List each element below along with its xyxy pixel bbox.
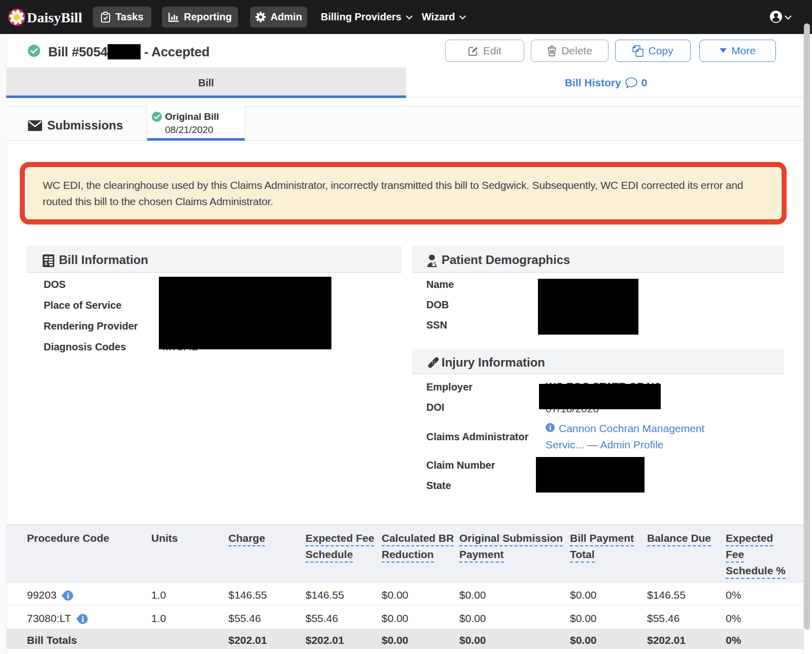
- svg-text:i: i: [67, 591, 70, 601]
- svg-text:i: i: [81, 614, 84, 624]
- svg-text:$: $: [45, 261, 47, 266]
